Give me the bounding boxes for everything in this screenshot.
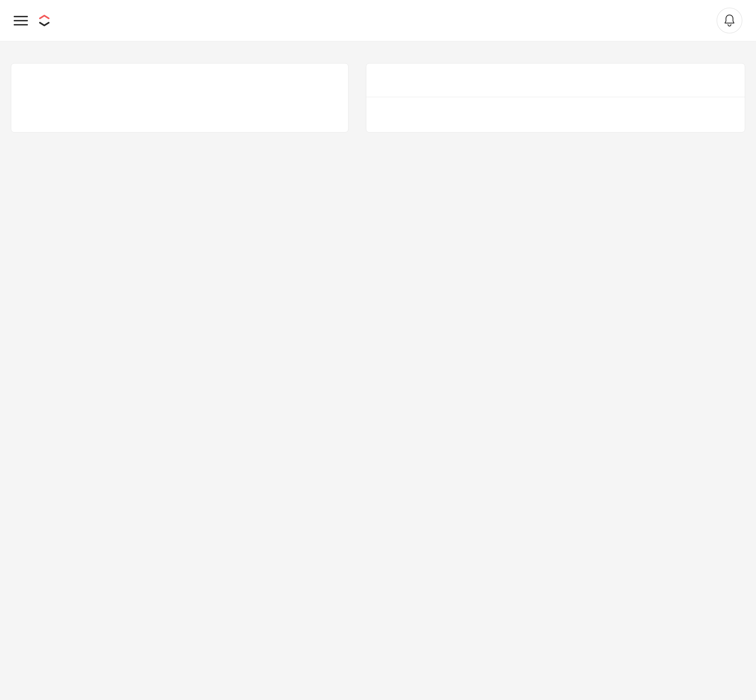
panel-title <box>366 64 745 97</box>
hamburger-line-icon <box>14 16 28 17</box>
hamburger-line-icon <box>14 20 28 21</box>
logo-mark-icon <box>39 14 50 27</box>
bell-icon <box>723 14 736 27</box>
app-header <box>0 0 756 41</box>
notifications-bell-button[interactable] <box>717 8 742 33</box>
header-left <box>14 14 52 27</box>
settings-sidebar <box>11 63 348 133</box>
hamburger-menu-button[interactable] <box>14 16 28 25</box>
hamburger-line-icon <box>14 24 28 25</box>
main-panel <box>366 63 745 133</box>
content-area <box>0 41 756 154</box>
brand-logo[interactable] <box>39 14 52 27</box>
panel-body <box>366 97 745 132</box>
